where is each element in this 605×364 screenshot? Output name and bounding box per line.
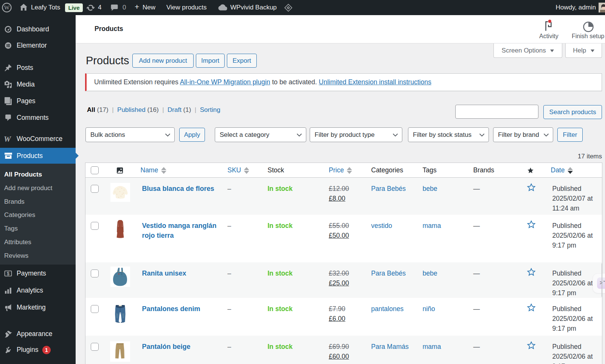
- svg-text:W: W: [4, 4, 10, 11]
- svg-text:W: W: [4, 135, 11, 143]
- svg-text:$: $: [7, 271, 9, 276]
